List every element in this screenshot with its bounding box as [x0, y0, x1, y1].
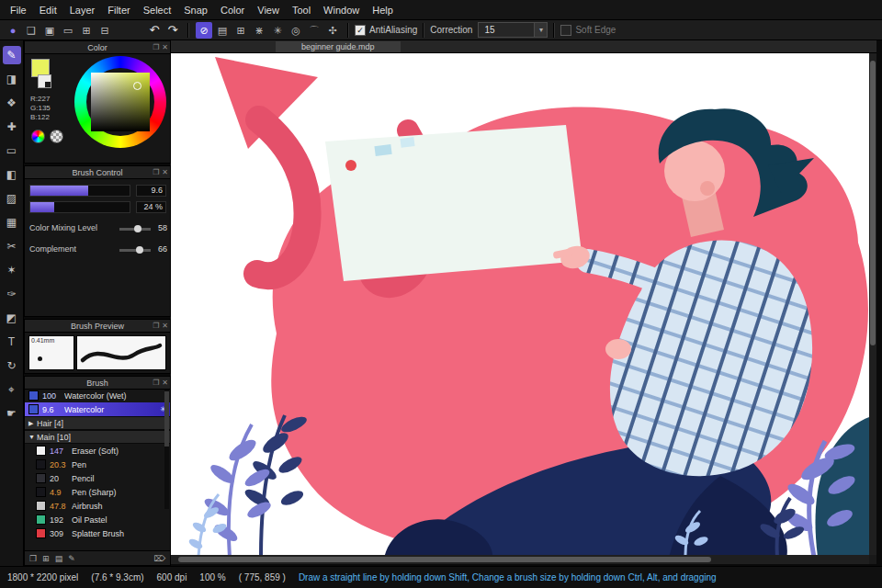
antialiasing-checkbox[interactable]: ✓: [355, 25, 366, 36]
brush-name: Hair [4]: [37, 419, 166, 428]
hand-tool[interactable]: ☛: [3, 404, 21, 423]
status-segment: ( 775, 859 ): [239, 572, 286, 582]
color-mode-icon[interactable]: [31, 130, 45, 143]
correction-dropdown[interactable]: 15 ▾: [478, 22, 548, 38]
panel-close-icon[interactable]: ✕: [162, 321, 168, 331]
antialiasing-label: AntiAliasing: [369, 25, 417, 35]
canvas[interactable]: [171, 53, 869, 555]
brush-folder-hair[interactable]: ▶ Hair [4]: [25, 416, 170, 430]
snap-parallel-icon[interactable]: ▤: [214, 22, 231, 39]
snap-vanishing-icon[interactable]: ⋇: [251, 22, 267, 39]
brush-list-scrollbar[interactable]: [164, 390, 169, 509]
eyedropper-tool[interactable]: ⌖: [3, 380, 21, 399]
snap-radial-icon[interactable]: ✳: [269, 22, 286, 39]
menu-item[interactable]: Edit: [33, 5, 63, 16]
redo-icon[interactable]: ↷: [164, 22, 181, 39]
menu-item[interactable]: Select: [137, 5, 178, 16]
brush-item-watercolor[interactable]: 9.6 Watercolor ✳: [25, 402, 170, 416]
add-brush-icon[interactable]: ⊞: [42, 554, 50, 563]
brush-size: 192: [50, 515, 72, 525]
status-segment: (7.6 * 9.3cm): [91, 572, 143, 582]
brush-item-oil-pastel[interactable]: 192 Oil Pastel: [25, 513, 170, 526]
brush-dot-icon[interactable]: ●: [5, 22, 21, 39]
brush-size-slider[interactable]: [29, 185, 130, 197]
chevron-down-icon[interactable]: ▾: [534, 23, 547, 37]
stroke-preview-curve: [77, 336, 165, 369]
text-tool[interactable]: T: [3, 333, 21, 351]
horizontal-scrollbar-thumb[interactable]: [178, 557, 711, 562]
brush-color-swatch: [28, 404, 39, 414]
vertical-scrollbar[interactable]: [869, 53, 876, 555]
lasso-tool[interactable]: ✂: [3, 237, 21, 255]
pen-tool[interactable]: ✑: [3, 285, 21, 303]
divide-tool[interactable]: ◩: [3, 309, 21, 327]
smudge-tool[interactable]: ❖: [3, 94, 21, 112]
brush-size: 20: [50, 474, 72, 483]
panel-close-icon[interactable]: ✕: [162, 167, 168, 177]
menu-item[interactable]: Snap: [177, 5, 214, 16]
brush-item-watercolor-wet[interactable]: 100 Watercolor (Wet): [25, 389, 170, 402]
edit-brush-icon[interactable]: ✎: [68, 554, 75, 563]
color-mixing-slider[interactable]: [119, 228, 151, 231]
tile-tool[interactable]: ▦: [3, 213, 21, 232]
panel-popout-icon[interactable]: ❐: [153, 167, 159, 177]
snap-curve-icon[interactable]: ⌒: [306, 22, 322, 39]
brush-item-pen-sharp[interactable]: 4.9 Pen (Sharp): [25, 485, 170, 499]
menu-item[interactable]: View: [251, 5, 286, 16]
panel-popout-icon[interactable]: ❐: [153, 321, 159, 331]
brush-color-swatch: [36, 501, 46, 511]
snap-cross-icon[interactable]: ⊞: [232, 22, 249, 39]
brush-item-splatter[interactable]: 309 Splatter Brush: [25, 526, 170, 540]
menu-item[interactable]: Window: [317, 5, 366, 16]
grid-minus-icon[interactable]: ⊟: [96, 22, 113, 39]
bucket-tool[interactable]: ◧: [3, 165, 21, 184]
brush-item-airbrush[interactable]: 47.8 Airbrush: [25, 499, 170, 513]
horizontal-scrollbar[interactable]: [171, 555, 869, 564]
delete-brush-icon[interactable]: ⌦: [153, 554, 165, 563]
gradient-tool[interactable]: ▨: [3, 189, 21, 208]
panel-popout-icon[interactable]: ❐: [153, 42, 159, 52]
marquee-tool[interactable]: ▭: [3, 141, 21, 160]
transparent-color-icon[interactable]: [50, 130, 63, 143]
brush-opacity-slider[interactable]: [29, 201, 130, 213]
snap-off-icon[interactable]: ⊘: [196, 22, 212, 39]
panel-close-icon[interactable]: ✕: [162, 378, 168, 388]
background-color-swatch[interactable]: [38, 74, 51, 88]
monitor-icon[interactable]: ▣: [41, 22, 58, 39]
brush-item-pencil[interactable]: 20 Pencil: [25, 471, 170, 485]
canvas-tab[interactable]: beginner guide.mdp: [276, 41, 401, 52]
magic-wand-tool[interactable]: ✶: [3, 261, 21, 279]
brush-folder-main[interactable]: ▼ Main [10]: [25, 430, 170, 444]
menu-item[interactable]: File: [4, 5, 33, 16]
window-edge: [876, 40, 882, 566]
rotate-tool[interactable]: ↻: [3, 356, 21, 375]
brush-item-eraser-soft[interactable]: 147 Eraser (Soft): [25, 444, 170, 458]
menu-item[interactable]: Color: [214, 5, 251, 16]
brush-color-swatch: [28, 390, 39, 401]
snap-figure-icon[interactable]: ✣: [324, 22, 341, 39]
complement-slider[interactable]: [119, 249, 151, 252]
brush-size-value: 9.6: [136, 185, 166, 197]
menu-item[interactable]: Filter: [101, 5, 136, 16]
vertical-scrollbar-thumb[interactable]: [870, 61, 876, 345]
new-folder-icon[interactable]: ❐: [29, 554, 37, 563]
eraser-tool[interactable]: ◨: [3, 70, 21, 88]
brush-name: Eraser (Soft): [72, 447, 166, 456]
soft-edge-checkbox[interactable]: [560, 25, 571, 36]
move-tool[interactable]: ✚: [3, 118, 21, 136]
rect-icon[interactable]: ▭: [60, 22, 76, 39]
panel-popout-icon[interactable]: ❐: [153, 378, 159, 388]
speech-bubble-icon[interactable]: ❑: [23, 22, 40, 39]
grid-plus-icon[interactable]: ⊞: [78, 22, 95, 39]
undo-icon[interactable]: ↶: [146, 22, 163, 39]
brush-tool[interactable]: ✎: [3, 46, 21, 64]
menu-item[interactable]: Layer: [63, 5, 102, 16]
menu-item[interactable]: Tool: [286, 5, 317, 16]
panel-close-icon[interactable]: ✕: [162, 42, 168, 52]
snap-circle-icon[interactable]: ◎: [288, 22, 304, 39]
brush-item-pen[interactable]: 20.3 Pen: [25, 458, 170, 471]
saturation-value-picker[interactable]: [91, 73, 150, 131]
brush-panel-footer: ❐⊞▤✎⌦: [25, 550, 170, 565]
brush-menu-icon[interactable]: ▤: [55, 554, 63, 563]
menu-item[interactable]: Help: [366, 5, 400, 16]
